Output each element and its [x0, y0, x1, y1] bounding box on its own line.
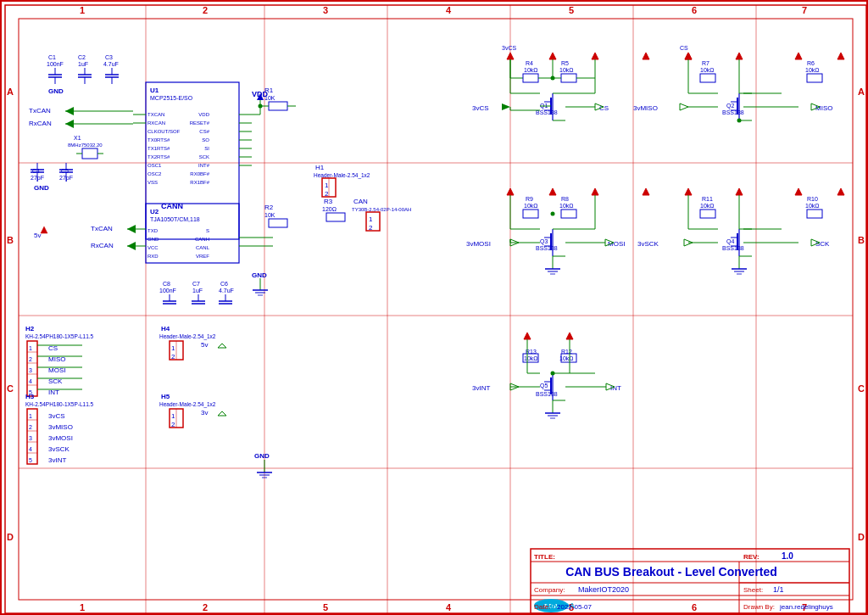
svg-rect-212	[807, 74, 822, 82]
svg-text:CLKOUT/SOF: CLKOUT/SOF	[147, 129, 181, 134]
svg-text:CS: CS	[680, 45, 688, 51]
svg-text:MakerIOT2020: MakerIOT2020	[578, 585, 629, 594]
svg-rect-0	[5, 5, 866, 613]
svg-text:GND: GND	[34, 184, 49, 192]
svg-text:CAN: CAN	[353, 198, 368, 205]
svg-text:10kΩ: 10kΩ	[524, 203, 538, 209]
svg-rect-251	[807, 210, 822, 218]
svg-text:1uF: 1uF	[192, 288, 203, 294]
svg-text:CS#: CS#	[199, 129, 209, 134]
svg-rect-180	[523, 74, 538, 82]
svg-text:Header-Male-2.54_1x2: Header-Male-2.54_1x2	[159, 401, 216, 408]
svg-text:6: 6	[692, 5, 697, 15]
svg-text:B: B	[7, 235, 14, 245]
svg-text:3vMOSI: 3vMOSI	[48, 434, 73, 442]
svg-text:4.7uF: 4.7uF	[103, 61, 119, 67]
svg-marker-374	[643, 188, 649, 195]
svg-text:3vSCK: 3vSCK	[637, 240, 659, 248]
svg-text:TITLE:: TITLE:	[534, 553, 555, 561]
svg-text:OSC1: OSC1	[147, 163, 162, 168]
svg-text:R10: R10	[807, 196, 818, 202]
svg-text:5v: 5v	[201, 341, 208, 349]
svg-text:jean.redelinghuys: jean.redelinghuys	[779, 603, 833, 611]
svg-marker-373	[592, 188, 598, 195]
svg-text:TXCAN: TXCAN	[147, 112, 164, 117]
svg-text:10K: 10K	[264, 95, 275, 101]
svg-text:CAN BUS Breakout - Level Conve: CAN BUS Breakout - Level Converted	[565, 565, 777, 579]
svg-text:1.0: 1.0	[782, 551, 793, 561]
svg-text:KH-2.54PH180-1X5P-L11.5: KH-2.54PH180-1X5P-L11.5	[25, 333, 94, 339]
svg-text:R2: R2	[264, 204, 274, 211]
svg-text:R8: R8	[561, 196, 569, 202]
svg-text:3vCS: 3vCS	[502, 45, 516, 51]
svg-rect-226	[523, 210, 538, 218]
svg-text:4: 4	[29, 378, 32, 384]
svg-text:C6: C6	[220, 281, 228, 287]
svg-text:TX1RTS#: TX1RTS#	[147, 146, 170, 151]
svg-text:MCP2515-E/SO: MCP2515-E/SO	[150, 95, 193, 101]
svg-text:C7: C7	[192, 281, 200, 287]
svg-text:1: 1	[325, 182, 329, 189]
svg-text:X1: X1	[74, 135, 81, 141]
svg-marker-174	[507, 53, 514, 59]
svg-text:2: 2	[369, 224, 373, 232]
svg-text:1: 1	[80, 602, 85, 612]
svg-text:3vCS: 3vCS	[48, 412, 65, 420]
svg-text:D: D	[858, 532, 865, 542]
svg-rect-69	[269, 102, 287, 110]
svg-marker-369	[685, 53, 692, 59]
svg-text:GND: GND	[254, 452, 270, 460]
svg-text:10kΩ: 10kΩ	[559, 67, 574, 73]
svg-text:C1: C1	[48, 54, 56, 60]
svg-text:2022-05-07: 2022-05-07	[557, 603, 592, 611]
svg-text:GND: GND	[147, 237, 159, 242]
svg-text:10kΩ: 10kΩ	[700, 67, 715, 73]
svg-text:REV:: REV:	[743, 553, 760, 561]
svg-text:120Ω: 120Ω	[322, 206, 337, 212]
svg-text:100nF: 100nF	[159, 288, 176, 294]
svg-text:R5: R5	[561, 60, 569, 66]
svg-text:10kΩ: 10kΩ	[524, 67, 538, 73]
svg-point-420	[551, 372, 555, 376]
svg-text:SCK: SCK	[199, 154, 209, 159]
svg-text:RxCAN: RxCAN	[91, 242, 114, 249]
svg-text:3vMISO: 3vMISO	[633, 104, 658, 112]
svg-marker-227	[549, 188, 556, 195]
svg-text:3: 3	[29, 367, 32, 373]
svg-text:Q3: Q3	[540, 238, 548, 245]
svg-marker-377	[795, 188, 802, 195]
svg-text:R6: R6	[807, 60, 815, 66]
svg-text:INT#: INT#	[198, 163, 210, 168]
svg-marker-372	[837, 53, 844, 59]
svg-marker-93	[65, 107, 74, 115]
svg-rect-186	[561, 74, 576, 82]
svg-text:3vSCK: 3vSCK	[48, 445, 70, 453]
svg-text:VREF: VREF	[196, 254, 209, 259]
svg-text:BSS138: BSS138	[536, 391, 558, 397]
svg-text:10kΩ: 10kΩ	[805, 203, 820, 209]
svg-text:4: 4	[29, 446, 32, 452]
svg-text:RxCAN: RxCAN	[29, 120, 52, 127]
svg-point-343	[259, 104, 263, 109]
svg-text:2: 2	[171, 421, 175, 428]
svg-text:Q2: Q2	[726, 103, 734, 109]
svg-text:10K: 10K	[264, 212, 275, 218]
svg-text:C2: C2	[78, 54, 86, 60]
svg-text:3: 3	[29, 435, 32, 441]
svg-text:R1: R1	[264, 87, 274, 94]
svg-text:4: 4	[446, 602, 452, 612]
svg-point-344	[551, 76, 555, 81]
svg-text:TX0RTS#: TX0RTS#	[147, 137, 170, 143]
svg-rect-117	[146, 204, 239, 263]
svg-text:TxCAN: TxCAN	[91, 225, 113, 232]
svg-text:B: B	[858, 235, 865, 245]
svg-text:7: 7	[802, 5, 807, 15]
svg-text:Q4: Q4	[726, 238, 734, 245]
svg-text:R7: R7	[702, 60, 709, 66]
svg-marker-223	[507, 188, 514, 195]
svg-text:5: 5	[29, 457, 32, 463]
svg-text:SI: SI	[204, 146, 209, 151]
svg-text:3v: 3v	[201, 409, 208, 417]
svg-text:Header-Male-2.54_1x2: Header-Male-2.54_1x2	[159, 333, 216, 340]
svg-text:2: 2	[203, 5, 208, 15]
